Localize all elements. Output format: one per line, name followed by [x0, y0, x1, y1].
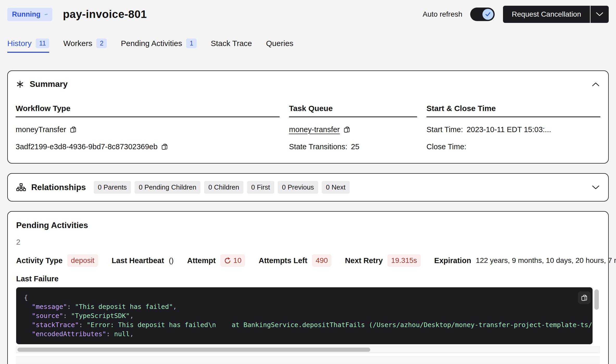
state-transitions-label: State Transitions:	[289, 142, 347, 151]
activity-type-badge: deposit	[67, 254, 98, 267]
attempts-left-badge: 490	[312, 254, 331, 267]
last-failure-code-wrap: { "message": "This deposit has failed", …	[16, 287, 600, 344]
expiration-value: 122 years, 9 months, 10 days, 20 hours, …	[476, 256, 616, 265]
tab-count-badge: 2	[96, 38, 107, 48]
run-id-value: 3adf2199-e3d8-4936-9bd7-8c87302369eb	[16, 142, 158, 151]
summary-card: Summary Workflow Type moneyTransfer	[7, 70, 609, 164]
tab-label: Workers	[63, 39, 92, 48]
summary-title: Summary	[30, 79, 68, 89]
workflow-type-column: Workflow Type moneyTransfer 3adf2199-e3d…	[16, 104, 280, 152]
copy-icon	[581, 294, 588, 301]
workflow-type-header: Workflow Type	[16, 104, 280, 117]
code-vertical-scrollbar[interactable]	[594, 289, 599, 310]
copy-icon	[343, 126, 350, 133]
chevron-up-icon	[592, 82, 600, 87]
tab-queries[interactable]: Queries	[266, 38, 293, 53]
tab-count-badge: 1	[186, 38, 197, 48]
auto-refresh-toggle[interactable]	[470, 8, 495, 21]
next-activity-row-divider	[16, 356, 600, 363]
task-queue-link[interactable]: money-transfer	[289, 125, 340, 134]
copy-run-id-button[interactable]	[161, 143, 168, 150]
task-queue-row: money-transfer	[289, 125, 417, 134]
pending-activities-count: 2	[16, 238, 600, 246]
activity-type-label: Activity Type	[16, 256, 62, 265]
tab-workers[interactable]: Workers 2	[63, 38, 107, 53]
attempts-left-label: Attempts Left	[259, 256, 307, 265]
workflow-type-row: moneyTransfer	[16, 125, 280, 134]
request-cancellation-menu-button[interactable]	[590, 6, 609, 23]
attempt-label: Attempt	[187, 256, 216, 265]
tab-label: Stack Trace	[211, 39, 252, 48]
code-line: {	[24, 293, 585, 302]
check-icon	[485, 11, 491, 18]
children-badge: 0 Children	[204, 181, 243, 194]
tab-count-badge: 11	[36, 38, 49, 48]
task-queue-column: Task Queue money-transfer State Transiti…	[289, 104, 417, 152]
tab-label: Queries	[266, 39, 293, 48]
relationships-title: Relationships	[31, 183, 86, 192]
request-cancellation-split-button: Request Cancellation	[503, 6, 609, 23]
pending-children-badge: 0 Pending Children	[135, 181, 200, 194]
last-failure-code-block[interactable]: { "message": "This deposit has failed", …	[16, 287, 593, 344]
attempt-badge: 10	[220, 254, 245, 267]
close-time-row: Close Time:	[426, 142, 600, 152]
relationships-row: Relationships 0 Parents 0 Pending Childr…	[8, 174, 608, 201]
copy-failure-button[interactable]	[578, 291, 590, 304]
summary-card-header: Summary	[8, 71, 608, 89]
request-cancellation-button[interactable]: Request Cancellation	[503, 6, 590, 23]
state-transitions-row: State Transitions: 25	[289, 142, 417, 152]
code-line: "stackTrace": "Error: This deposit has f…	[24, 320, 585, 329]
state-transitions-value: 25	[351, 142, 359, 151]
page-title: pay-invoice-801	[63, 8, 147, 21]
expiration-label: Expiration	[434, 256, 471, 265]
relationships-expand-button[interactable]	[592, 185, 600, 190]
header-actions: Auto refresh Request Cancellation	[423, 6, 609, 23]
copy-task-queue-button[interactable]	[343, 126, 350, 133]
first-badge: 0 First	[247, 181, 274, 194]
start-time-label: Start Time:	[426, 125, 463, 134]
retry-icon	[224, 257, 231, 264]
status-badge: Running	[7, 8, 52, 21]
next-retry-badge: 19.315s	[387, 254, 421, 267]
code-line: "source": "TypeScriptSDK",	[24, 311, 585, 320]
last-failure-label: Last Failure	[16, 275, 600, 283]
tab-bar: History 11 Workers 2 Pending Activities …	[7, 38, 609, 53]
previous-badge: 0 Previous	[278, 181, 318, 194]
code-horizontal-scrollbar[interactable]	[16, 346, 600, 353]
run-id-row: 3adf2199-e3d8-4936-9bd7-8c87302369eb	[16, 142, 280, 152]
asterisk-icon	[16, 80, 24, 88]
status-label: Running	[12, 10, 40, 18]
last-heartbeat-value: ()	[169, 256, 174, 265]
tab-label: Pending Activities	[121, 39, 182, 48]
tab-history[interactable]: History 11	[7, 38, 49, 53]
page-header: Running pay-invoice-801 Auto refresh Req…	[7, 5, 609, 23]
pending-activities-card: Pending Activities 2 Activity Type depos…	[7, 211, 609, 364]
code-line: "message": "This deposit has failed",	[24, 302, 585, 311]
auto-refresh-label: Auto refresh	[423, 10, 462, 18]
sitemap-icon	[16, 183, 26, 192]
horizontal-scrollbar-thumb[interactable]	[17, 348, 370, 352]
chevron-down-icon	[592, 185, 600, 190]
toggle-knob	[482, 9, 493, 20]
times-header: Start & Close Time	[426, 104, 600, 117]
copy-icon	[161, 143, 168, 150]
task-queue-header: Task Queue	[289, 104, 417, 117]
tab-stack-trace[interactable]: Stack Trace	[211, 38, 252, 53]
tab-pending-activities[interactable]: Pending Activities 1	[121, 38, 197, 53]
relationships-badges: 0 Parents 0 Pending Children 0 Children …	[94, 181, 350, 194]
copy-workflow-type-button[interactable]	[70, 126, 77, 133]
tab-label: History	[7, 39, 32, 48]
summary-collapse-button[interactable]	[592, 82, 600, 87]
workflow-type-value: moneyTransfer	[16, 125, 66, 134]
relationships-card: Relationships 0 Parents 0 Pending Childr…	[7, 173, 609, 202]
times-column: Start & Close Time Start Time: 2023-10-1…	[426, 104, 600, 152]
summary-columns: Workflow Type moneyTransfer 3adf2199-e3d…	[8, 89, 608, 163]
chevron-down-icon	[596, 12, 604, 17]
workflow-page: Running pay-invoice-801 Auto refresh Req…	[0, 0, 616, 364]
close-time-label: Close Time:	[426, 142, 466, 151]
activity-detail-row: Activity Type deposit Last Heartbeat () …	[16, 254, 600, 267]
pending-activities-body: Pending Activities 2 Activity Type depos…	[8, 212, 608, 364]
last-heartbeat-label: Last Heartbeat	[112, 256, 164, 265]
start-time-row: Start Time: 2023-10-11 EDT 15:03:...	[426, 125, 600, 134]
code-line: "encodedAttributes": null,	[24, 329, 585, 339]
